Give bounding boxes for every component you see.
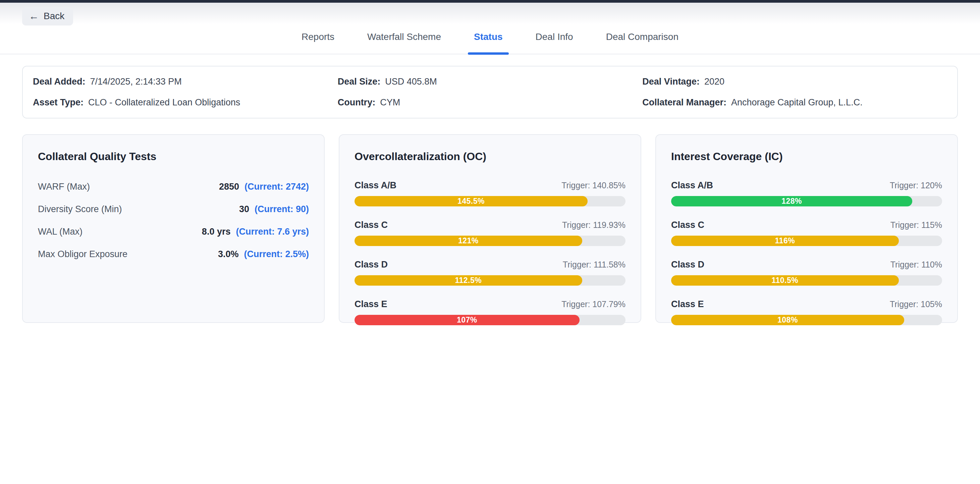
class-label: Class E xyxy=(671,299,704,310)
quality-test-row-warf: WARF (Max) 2850 (Current: 2742) xyxy=(38,182,309,192)
progress-fill: 110.5% xyxy=(671,275,899,286)
trigger-label: Trigger: 111.58% xyxy=(563,260,625,270)
test-current: (Current: 90) xyxy=(255,204,309,214)
test-current: (Current: 2.5%) xyxy=(244,249,309,259)
class-label: Class D xyxy=(671,259,704,270)
test-threshold: 2850 xyxy=(219,182,239,192)
tab-status[interactable]: Status xyxy=(472,24,505,54)
class-label: Class C xyxy=(671,220,704,230)
progress-fill: 145.5% xyxy=(355,196,588,206)
back-arrow-icon: ← xyxy=(29,11,39,21)
oc-row-class-c: Class C Trigger: 119.93% 121% xyxy=(355,220,625,246)
interest-coverage-card: Interest Coverage (IC) Class A/B Trigger… xyxy=(655,134,958,323)
oc-row-class-e: Class E Trigger: 107.79% 107% xyxy=(355,299,625,325)
test-label: WAL (Max) xyxy=(38,227,83,237)
field-label: Collateral Manager: xyxy=(642,97,727,108)
progress-track: 128% xyxy=(671,196,942,206)
card-title: Interest Coverage (IC) xyxy=(671,150,942,163)
field-deal-added: Deal Added: 7/14/2025, 2:14:33 PM xyxy=(33,77,338,87)
field-value: CYM xyxy=(380,97,400,108)
class-label: Class A/B xyxy=(671,180,713,191)
test-label: WARF (Max) xyxy=(38,182,90,192)
progress-track: 116% xyxy=(671,236,942,246)
quality-test-row-max-obligor: Max Obligor Exposure 3.0% (Current: 2.5%… xyxy=(38,249,309,259)
card-title: Overcollateralization (OC) xyxy=(355,150,625,163)
progress-track: 110.5% xyxy=(671,275,942,286)
field-label: Deal Vintage: xyxy=(642,77,700,87)
field-value: 2020 xyxy=(704,77,724,87)
trigger-label: Trigger: 105% xyxy=(890,299,942,309)
oc-bar-rows: Class A/B Trigger: 140.85% 145.5% Class … xyxy=(355,180,625,325)
field-value: CLO - Collateralized Loan Obligations xyxy=(88,97,240,108)
progress-track: 145.5% xyxy=(355,196,625,206)
progress-value: 145.5% xyxy=(457,197,485,206)
back-button-label: Back xyxy=(44,11,64,21)
card-title: Collateral Quality Tests xyxy=(38,150,309,163)
quality-test-row-wal: WAL (Max) 8.0 yrs (Current: 7.6 yrs) xyxy=(38,227,309,237)
ic-row-class-e: Class E Trigger: 105% 108% xyxy=(671,299,942,325)
tab-deal-info[interactable]: Deal Info xyxy=(534,24,575,54)
progress-fill: 121% xyxy=(355,236,582,246)
field-collateral-manager: Collateral Manager: Anchorage Capital Gr… xyxy=(642,97,947,108)
test-label: Max Obligor Exposure xyxy=(38,249,127,259)
field-value: USD 405.8M xyxy=(385,77,437,87)
overcollateralization-card: Overcollateralization (OC) Class A/B Tri… xyxy=(339,134,641,323)
quality-test-rows: WARF (Max) 2850 (Current: 2742) Diversit… xyxy=(38,182,309,259)
collateral-quality-tests-card: Collateral Quality Tests WARF (Max) 2850… xyxy=(22,134,325,323)
test-threshold: 3.0% xyxy=(218,249,239,259)
field-label: Asset Type: xyxy=(33,97,84,108)
tab-reports[interactable]: Reports xyxy=(299,24,336,54)
oc-row-class-ab: Class A/B Trigger: 140.85% 145.5% xyxy=(355,180,625,206)
field-deal-size: Deal Size: USD 405.8M xyxy=(338,77,643,87)
quality-test-row-diversity: Diversity Score (Min) 30 (Current: 90) xyxy=(38,204,309,214)
trigger-label: Trigger: 119.93% xyxy=(562,220,625,230)
deal-summary-panel: Deal Added: 7/14/2025, 2:14:33 PM Asset … xyxy=(22,66,958,118)
progress-value: 110.5% xyxy=(772,276,798,285)
progress-value: 108% xyxy=(778,316,798,324)
progress-track: 112.5% xyxy=(355,275,625,286)
trigger-label: Trigger: 110% xyxy=(891,260,942,270)
trigger-label: Trigger: 107.79% xyxy=(562,299,625,309)
class-label: Class D xyxy=(355,259,388,270)
test-current: (Current: 7.6 yrs) xyxy=(236,227,309,237)
progress-value: 121% xyxy=(458,236,479,245)
tab-waterfall-scheme[interactable]: Waterfall Scheme xyxy=(365,24,443,54)
field-country: Country: CYM xyxy=(338,97,643,108)
progress-fill: 108% xyxy=(671,315,904,325)
progress-value: 116% xyxy=(775,236,795,245)
progress-track: 121% xyxy=(355,236,625,246)
field-deal-vintage: Deal Vintage: 2020 xyxy=(642,77,947,87)
test-threshold: 8.0 yrs xyxy=(202,227,231,237)
ic-bar-rows: Class A/B Trigger: 120% 128% Class C Tri… xyxy=(671,180,942,325)
trigger-label: Trigger: 120% xyxy=(890,181,942,190)
progress-fill: 128% xyxy=(671,196,912,206)
window-top-edge xyxy=(0,0,980,3)
field-asset-type: Asset Type: CLO - Collateralized Loan Ob… xyxy=(33,97,338,108)
ic-row-class-c: Class C Trigger: 115% 116% xyxy=(671,220,942,246)
progress-track: 107% xyxy=(355,315,625,325)
tab-deal-comparison[interactable]: Deal Comparison xyxy=(604,24,681,54)
progress-fill: 107% xyxy=(355,315,579,325)
header-gradient xyxy=(0,3,980,24)
field-label: Deal Added: xyxy=(33,77,86,87)
trigger-label: Trigger: 140.85% xyxy=(562,181,625,190)
class-label: Class A/B xyxy=(355,180,396,191)
field-value: Anchorage Capital Group, L.L.C. xyxy=(731,97,862,108)
oc-row-class-d: Class D Trigger: 111.58% 112.5% xyxy=(355,259,625,286)
ic-row-class-d: Class D Trigger: 110% 110.5% xyxy=(671,259,942,286)
class-label: Class E xyxy=(355,299,387,310)
progress-value: 112.5% xyxy=(455,276,482,285)
class-label: Class C xyxy=(355,220,388,230)
test-threshold: 30 xyxy=(239,204,249,214)
progress-fill: 116% xyxy=(671,236,899,246)
progress-value: 107% xyxy=(457,316,477,324)
back-button[interactable]: ← Back xyxy=(22,7,73,26)
status-cards-row: Collateral Quality Tests WARF (Max) 2850… xyxy=(22,134,958,323)
progress-fill: 112.5% xyxy=(355,275,582,286)
field-label: Deal Size: xyxy=(338,77,381,87)
tab-bar: Reports Waterfall Scheme Status Deal Inf… xyxy=(0,24,980,54)
progress-value: 128% xyxy=(781,197,802,206)
field-label: Country: xyxy=(338,97,375,108)
progress-track: 108% xyxy=(671,315,942,325)
field-value: 7/14/2025, 2:14:33 PM xyxy=(90,77,182,87)
